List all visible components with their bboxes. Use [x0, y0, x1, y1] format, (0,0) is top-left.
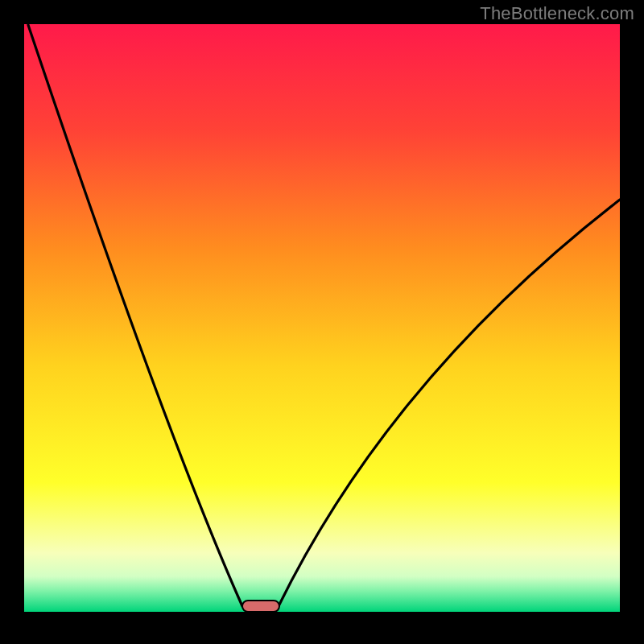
plot-background	[24, 24, 620, 612]
bottleneck-chart	[0, 0, 644, 644]
chart-frame: TheBottleneck.com	[0, 0, 644, 644]
watermark-text: TheBottleneck.com	[480, 3, 634, 24]
bottom-marker	[242, 601, 279, 612]
